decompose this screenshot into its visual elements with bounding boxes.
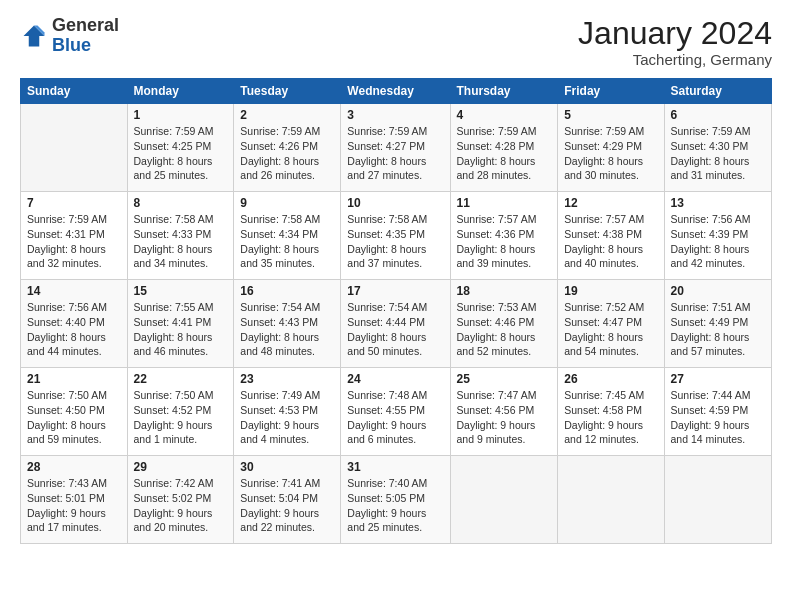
logo-text: General Blue [52,16,119,56]
sunrise-text: Sunrise: 7:58 AM [134,212,228,227]
sunset-text: Sunset: 4:39 PM [671,227,765,242]
sunrise-text: Sunrise: 7:40 AM [347,476,443,491]
day-number: 22 [134,372,228,386]
day-info: Sunrise: 7:41 AMSunset: 5:04 PMDaylight:… [240,476,334,535]
calendar-cell: 18Sunrise: 7:53 AMSunset: 4:46 PMDayligh… [450,280,558,368]
day-number: 13 [671,196,765,210]
calendar-cell: 20Sunrise: 7:51 AMSunset: 4:49 PMDayligh… [664,280,771,368]
sunrise-text: Sunrise: 7:47 AM [457,388,552,403]
day-number: 14 [27,284,121,298]
calendar-week-row: 14Sunrise: 7:56 AMSunset: 4:40 PMDayligh… [21,280,772,368]
sunrise-text: Sunrise: 7:41 AM [240,476,334,491]
header-tuesday: Tuesday [234,79,341,104]
day-info: Sunrise: 7:55 AMSunset: 4:41 PMDaylight:… [134,300,228,359]
sunset-text: Sunset: 4:35 PM [347,227,443,242]
logo-blue-text: Blue [52,35,91,55]
sunrise-text: Sunrise: 7:49 AM [240,388,334,403]
day-number: 3 [347,108,443,122]
calendar-week-row: 21Sunrise: 7:50 AMSunset: 4:50 PMDayligh… [21,368,772,456]
day-number: 7 [27,196,121,210]
sunrise-text: Sunrise: 7:43 AM [27,476,121,491]
sunset-text: Sunset: 5:05 PM [347,491,443,506]
calendar-cell: 11Sunrise: 7:57 AMSunset: 4:36 PMDayligh… [450,192,558,280]
day-info: Sunrise: 7:58 AMSunset: 4:35 PMDaylight:… [347,212,443,271]
calendar-table: Sunday Monday Tuesday Wednesday Thursday… [20,78,772,544]
daylight-text: Daylight: 8 hours and 27 minutes. [347,154,443,183]
calendar-cell: 30Sunrise: 7:41 AMSunset: 5:04 PMDayligh… [234,456,341,544]
calendar-cell: 12Sunrise: 7:57 AMSunset: 4:38 PMDayligh… [558,192,664,280]
logo: General Blue [20,16,119,56]
sunset-text: Sunset: 4:41 PM [134,315,228,330]
calendar-cell: 1Sunrise: 7:59 AMSunset: 4:25 PMDaylight… [127,104,234,192]
daylight-text: Daylight: 8 hours and 34 minutes. [134,242,228,271]
header: General Blue January 2024 Tacherting, Ge… [20,16,772,68]
day-number: 8 [134,196,228,210]
svg-marker-0 [24,25,45,46]
sunset-text: Sunset: 4:49 PM [671,315,765,330]
daylight-text: Daylight: 8 hours and 25 minutes. [134,154,228,183]
day-number: 17 [347,284,443,298]
day-info: Sunrise: 7:44 AMSunset: 4:59 PMDaylight:… [671,388,765,447]
day-info: Sunrise: 7:54 AMSunset: 4:44 PMDaylight:… [347,300,443,359]
daylight-text: Daylight: 9 hours and 9 minutes. [457,418,552,447]
day-info: Sunrise: 7:51 AMSunset: 4:49 PMDaylight:… [671,300,765,359]
calendar-cell: 28Sunrise: 7:43 AMSunset: 5:01 PMDayligh… [21,456,128,544]
calendar-cell: 5Sunrise: 7:59 AMSunset: 4:29 PMDaylight… [558,104,664,192]
calendar-cell: 6Sunrise: 7:59 AMSunset: 4:30 PMDaylight… [664,104,771,192]
calendar-cell: 9Sunrise: 7:58 AMSunset: 4:34 PMDaylight… [234,192,341,280]
sunrise-text: Sunrise: 7:59 AM [457,124,552,139]
day-number: 1 [134,108,228,122]
sunrise-text: Sunrise: 7:56 AM [27,300,121,315]
day-number: 28 [27,460,121,474]
calendar-cell: 17Sunrise: 7:54 AMSunset: 4:44 PMDayligh… [341,280,450,368]
daylight-text: Daylight: 8 hours and 48 minutes. [240,330,334,359]
sunrise-text: Sunrise: 7:51 AM [671,300,765,315]
sunset-text: Sunset: 4:40 PM [27,315,121,330]
sunset-text: Sunset: 4:56 PM [457,403,552,418]
day-number: 5 [564,108,657,122]
calendar-cell: 16Sunrise: 7:54 AMSunset: 4:43 PMDayligh… [234,280,341,368]
sunset-text: Sunset: 4:44 PM [347,315,443,330]
sunrise-text: Sunrise: 7:59 AM [240,124,334,139]
daylight-text: Daylight: 8 hours and 37 minutes. [347,242,443,271]
sunrise-text: Sunrise: 7:55 AM [134,300,228,315]
daylight-text: Daylight: 8 hours and 52 minutes. [457,330,552,359]
calendar-cell: 3Sunrise: 7:59 AMSunset: 4:27 PMDaylight… [341,104,450,192]
day-number: 2 [240,108,334,122]
daylight-text: Daylight: 8 hours and 28 minutes. [457,154,552,183]
sunrise-text: Sunrise: 7:44 AM [671,388,765,403]
calendar-cell [664,456,771,544]
daylight-text: Daylight: 9 hours and 17 minutes. [27,506,121,535]
day-info: Sunrise: 7:43 AMSunset: 5:01 PMDaylight:… [27,476,121,535]
sunrise-text: Sunrise: 7:59 AM [564,124,657,139]
day-number: 12 [564,196,657,210]
day-info: Sunrise: 7:53 AMSunset: 4:46 PMDaylight:… [457,300,552,359]
sunrise-text: Sunrise: 7:58 AM [240,212,334,227]
sunset-text: Sunset: 4:25 PM [134,139,228,154]
sunset-text: Sunset: 5:02 PM [134,491,228,506]
day-number: 29 [134,460,228,474]
daylight-text: Daylight: 8 hours and 31 minutes. [671,154,765,183]
calendar-cell: 4Sunrise: 7:59 AMSunset: 4:28 PMDaylight… [450,104,558,192]
daylight-text: Daylight: 8 hours and 44 minutes. [27,330,121,359]
sunrise-text: Sunrise: 7:54 AM [347,300,443,315]
sunset-text: Sunset: 4:55 PM [347,403,443,418]
day-info: Sunrise: 7:59 AMSunset: 4:27 PMDaylight:… [347,124,443,183]
day-info: Sunrise: 7:50 AMSunset: 4:52 PMDaylight:… [134,388,228,447]
sunset-text: Sunset: 4:26 PM [240,139,334,154]
daylight-text: Daylight: 9 hours and 14 minutes. [671,418,765,447]
sunset-text: Sunset: 4:50 PM [27,403,121,418]
sunset-text: Sunset: 5:01 PM [27,491,121,506]
calendar-cell: 21Sunrise: 7:50 AMSunset: 4:50 PMDayligh… [21,368,128,456]
calendar-cell: 8Sunrise: 7:58 AMSunset: 4:33 PMDaylight… [127,192,234,280]
sunset-text: Sunset: 4:46 PM [457,315,552,330]
sunset-text: Sunset: 4:47 PM [564,315,657,330]
calendar-cell: 15Sunrise: 7:55 AMSunset: 4:41 PMDayligh… [127,280,234,368]
day-number: 18 [457,284,552,298]
daylight-text: Daylight: 9 hours and 20 minutes. [134,506,228,535]
header-saturday: Saturday [664,79,771,104]
day-number: 23 [240,372,334,386]
sunset-text: Sunset: 4:27 PM [347,139,443,154]
day-number: 9 [240,196,334,210]
sunset-text: Sunset: 4:38 PM [564,227,657,242]
